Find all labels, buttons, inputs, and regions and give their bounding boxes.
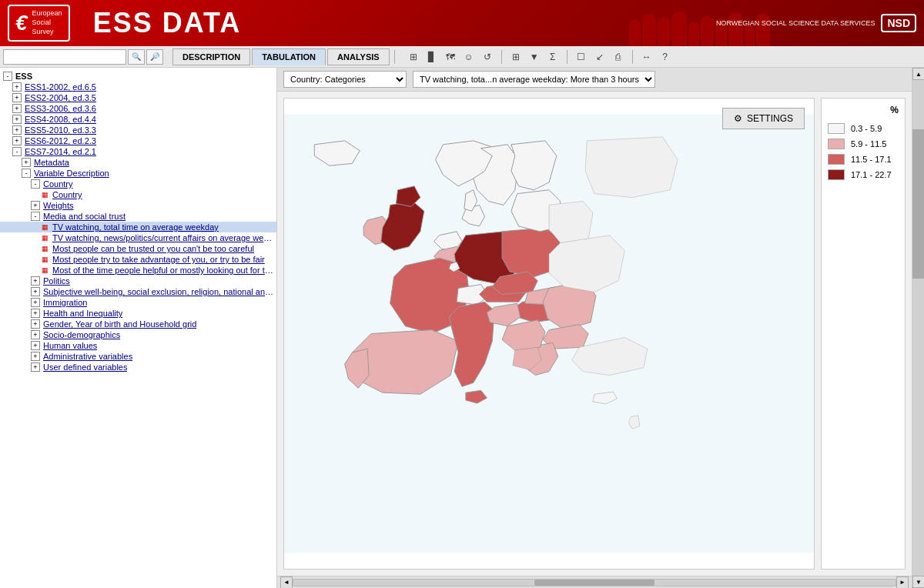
sidebar-item-ess5[interactable]: + ESS5-2010, ed.3.3 — [0, 125, 276, 135]
expand-icon-media[interactable]: - — [31, 212, 40, 221]
vscroll-track[interactable] — [912, 80, 924, 576]
sidebar-root-ess[interactable]: - ESS — [0, 71, 276, 82]
expand-icon-ess1[interactable]: + — [12, 82, 22, 92]
sidebar-label-tv-news: TV watching, news/politics/current affai… — [52, 233, 273, 242]
vscroll-down-btn[interactable]: ▼ — [912, 576, 924, 588]
resize-icon[interactable]: ↔ — [639, 49, 654, 65]
merge-icon[interactable]: ⊞ — [508, 49, 524, 65]
hscroll-right-btn[interactable]: ► — [896, 576, 909, 589]
hscroll-left-btn[interactable]: ◄ — [280, 576, 293, 589]
sidebar-label-ess4: ESS4-2008, ed.4.4 — [25, 115, 96, 124]
grid-icon[interactable]: ⊞ — [406, 49, 421, 65]
expand-icon-ess4[interactable]: + — [12, 115, 22, 124]
sidebar-item-human[interactable]: + Human values — [0, 340, 276, 351]
info-icon[interactable]: ☺ — [461, 49, 477, 65]
expand-icon-userdef[interactable]: + — [31, 362, 40, 372]
chart-icon[interactable]: ▊ — [424, 49, 440, 65]
sidebar-label-politics: Politics — [43, 276, 70, 286]
hscroll-track[interactable] — [293, 579, 896, 586]
sidebar-item-trust2[interactable]: ▦ Most people try to take advantage of y… — [0, 254, 276, 265]
copy-icon[interactable]: ☐ — [574, 49, 589, 65]
country-dropdown[interactable]: Country: Categories — [283, 71, 407, 88]
sidebar-item-metadata[interactable]: + Metadata — [0, 157, 276, 168]
sidebar-item-trust1[interactable]: ▦ Most people can be trusted or you can'… — [0, 243, 276, 254]
expand-icon-metadata[interactable]: + — [22, 158, 31, 167]
expand-icon-ess6[interactable]: + — [12, 136, 22, 145]
sidebar-label-tv-total: TV watching, total time on average weekd… — [52, 222, 219, 232]
sidebar-item-wellbeing[interactable]: + Subjective well-being, social exclusio… — [0, 286, 276, 297]
expand-icon-ess5[interactable]: + — [12, 125, 22, 135]
expand-icon-gender[interactable]: + — [31, 319, 40, 329]
export-icon[interactable]: ↙ — [592, 49, 608, 65]
sidebar-item-immigration[interactable]: + Immigration — [0, 297, 276, 308]
expand-icon-politics[interactable]: + — [31, 276, 40, 286]
sidebar-item-socio[interactable]: + Socio-demographics — [0, 329, 276, 340]
sidebar-item-ess6[interactable]: + ESS6-2012, ed.2.3 — [0, 135, 276, 146]
sidebar-item-health[interactable]: + Health and Inequality — [0, 308, 276, 319]
sidebar-item-ess2[interactable]: + ESS2-2004, ed.3.5 — [0, 92, 276, 103]
search-icon-btn[interactable]: 🔍 — [128, 49, 145, 65]
sidebar-item-admin[interactable]: + Administrative variables — [0, 351, 276, 362]
toolbar-separator-2 — [501, 50, 502, 64]
legend-label-2: 5.9 - 11.5 — [851, 139, 886, 149]
sidebar-item-weights[interactable]: + Weights — [0, 200, 276, 211]
sidebar-item-tv-news[interactable]: ▦ TV watching, news/politics/current aff… — [0, 232, 276, 243]
header: € European Social Survey ESS DATA NORWEG… — [0, 0, 924, 46]
hscroll-bar: ◄ ► — [277, 576, 912, 588]
sidebar-item-ess1[interactable]: + ESS1-2002, ed.6.5 — [0, 82, 276, 92]
sidebar-label-gender: Gender, Year of birth and Household grid — [43, 319, 196, 329]
sidebar-item-politics[interactable]: + Politics — [0, 276, 276, 286]
sidebar-label-userdef: User defined variables — [43, 362, 127, 372]
logo-text: European Social Survey — [32, 9, 62, 36]
hscroll-thumb[interactable] — [534, 580, 654, 586]
sidebar-label-wellbeing: Subjective well-being, social exclusion,… — [43, 287, 273, 296]
settings-button[interactable]: ⚙ SETTINGS — [722, 108, 805, 129]
nsd-box: NSD — [881, 14, 916, 32]
expand-icon-ess[interactable]: - — [3, 72, 12, 81]
sidebar-item-ess4[interactable]: + ESS4-2008, ed.4.4 — [0, 114, 276, 125]
help-icon[interactable]: ? — [658, 49, 673, 65]
sidebar-item-tv-total[interactable]: ▦ TV watching, total time on average wee… — [0, 222, 276, 232]
expand-icon-wellbeing[interactable]: + — [31, 287, 40, 296]
advanced-search-btn[interactable]: 🔎 — [146, 49, 163, 65]
expand-icon-vardesc[interactable]: - — [22, 169, 31, 178]
expand-icon-health[interactable]: + — [31, 309, 40, 318]
sidebar-item-ess7[interactable]: - ESS7-2014, ed.2.1 — [0, 146, 276, 157]
sidebar-label-trust1: Most people can be trusted or you can't … — [52, 244, 254, 253]
expand-icon-weights[interactable]: + — [31, 201, 40, 210]
expand-icon-human[interactable]: + — [31, 341, 40, 350]
map-icon[interactable]: 🗺 — [443, 49, 458, 65]
tv-watching-dropdown[interactable]: TV watching, tota...n average weekday: M… — [413, 71, 655, 88]
sidebar-item-vardesc[interactable]: - Variable Description — [0, 168, 276, 179]
filter-icon[interactable]: ▼ — [527, 49, 542, 65]
tab-description[interactable]: DESCRIPTION — [172, 48, 250, 65]
sidebar-item-trust3[interactable]: ▦ Most of the time people helpful or mos… — [0, 265, 276, 276]
sidebar-label-trust2: Most people try to take advantage of you… — [52, 255, 265, 264]
expand-icon-ess3[interactable]: + — [12, 104, 22, 113]
sidebar-item-userdef[interactable]: + User defined variables — [0, 362, 276, 373]
expand-icon-immigration[interactable]: + — [31, 298, 40, 307]
sidebar-label-media: Media and social trust — [43, 212, 126, 221]
expand-icon-ess2[interactable]: + — [12, 93, 22, 102]
expand-icon-country-group[interactable]: - — [31, 179, 40, 189]
table-icon-trust1: ▦ — [40, 244, 49, 253]
sidebar-item-country[interactable]: ▦ Country — [0, 189, 276, 200]
sidebar-label-country: Country — [52, 190, 82, 199]
expand-icon-socio[interactable]: + — [31, 330, 40, 339]
print-icon[interactable]: ⎙ — [611, 49, 626, 65]
search-input[interactable] — [3, 49, 126, 65]
expand-icon-ess7[interactable]: - — [12, 147, 22, 156]
sigma-icon[interactable]: Σ — [545, 49, 561, 65]
sidebar-label-ess7: ESS7-2014, ed.2.1 — [25, 147, 96, 156]
sidebar-item-gender[interactable]: + Gender, Year of birth and Household gr… — [0, 319, 276, 329]
sidebar-item-ess3[interactable]: + ESS3-2006, ed.3.6 — [0, 103, 276, 114]
refresh-icon[interactable]: ↺ — [480, 49, 495, 65]
vscroll-up-btn[interactable]: ▲ — [912, 68, 924, 80]
tab-analysis[interactable]: ANALYSIS — [327, 48, 390, 65]
vscroll-thumb[interactable] — [912, 129, 924, 278]
tab-tabulation[interactable]: TABULATION — [252, 48, 326, 65]
sidebar-item-media[interactable]: - Media and social trust — [0, 211, 276, 222]
expand-icon-admin[interactable]: + — [31, 352, 40, 361]
sidebar: - ESS + ESS1-2002, ed.6.5 + ESS2-2004, e… — [0, 68, 277, 588]
sidebar-item-country-group[interactable]: - Country — [0, 179, 276, 189]
